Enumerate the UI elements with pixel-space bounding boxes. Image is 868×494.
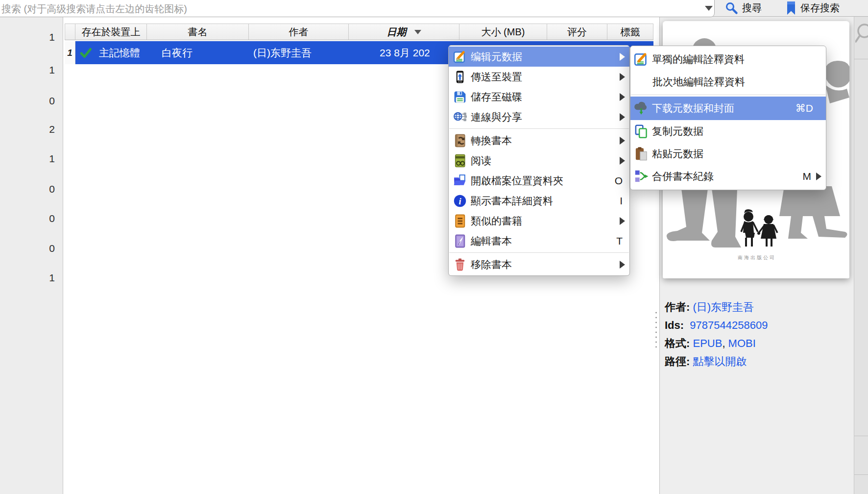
column-header-gutter: [65, 24, 75, 40]
column-header-tags[interactable]: 標籤: [607, 24, 653, 40]
menu-item-label: 類似的書籍: [471, 214, 629, 228]
tag-count-row[interactable]: 1: [35, 64, 55, 76]
author-link[interactable]: (日)东野圭吾: [693, 301, 754, 313]
search-placeholder: 搜索 (对于高级搜索请点击左边的齿轮图标): [1, 2, 187, 16]
strip-divider: [854, 474, 868, 475]
panel-splitter-handle[interactable]: [655, 310, 657, 347]
paste-metadata-icon: [634, 147, 648, 161]
window-edge-strip: [854, 16, 868, 494]
search-button[interactable]: 搜尋: [725, 0, 762, 16]
column-header-on-device[interactable]: 存在於裝置上: [75, 24, 147, 40]
tag-count-row[interactable]: 1: [35, 272, 55, 284]
menu-item-open-folder[interactable]: 開啟檔案位置資料夾 O: [449, 171, 629, 191]
submenu-item-edit-individually[interactable]: 單獨的編輯詮釋資料: [630, 48, 826, 71]
submenu-item-merge-records[interactable]: 合併書本紀錄 M: [630, 165, 826, 188]
column-header-size[interactable]: 大小 (MB): [459, 24, 547, 40]
cell-on-device: 主記憶體: [99, 41, 140, 64]
merge-records-icon: [634, 170, 648, 183]
edit-metadata-icon: [453, 50, 467, 64]
copy-metadata-icon: [634, 124, 648, 138]
menu-separator: [631, 95, 825, 95]
author-label: 作者:: [665, 301, 690, 313]
format-label: 格式:: [665, 337, 690, 349]
send-to-device-icon: [453, 70, 467, 84]
menu-item-shortcut: I: [620, 195, 623, 207]
toolbar: 搜索 (对于高级搜索请点击左边的齿轮图标) 搜尋 保存搜索: [0, 0, 868, 17]
menu-item-remove-books[interactable]: 移除書本: [449, 254, 629, 274]
detail-path-row: 路徑: 點擊以開啟: [665, 352, 851, 370]
chevron-right-icon: [620, 217, 625, 225]
menu-item-label: 编辑元数据: [471, 50, 629, 64]
menu-item-label: 阅读: [471, 154, 629, 168]
format-epub-link[interactable]: EPUB: [693, 337, 722, 349]
menu-item-label: 移除書本: [471, 258, 629, 272]
save-search-button[interactable]: 保存搜索: [786, 0, 840, 16]
menu-item-label: 編輯書本: [471, 234, 616, 248]
menu-item-label: 合併書本紀錄: [652, 170, 803, 183]
menu-item-shortcut: M: [803, 171, 812, 182]
menu-item-show-details[interactable]: i 顯示書本詳細資料 I: [449, 191, 629, 211]
isbn-link[interactable]: 9787544258609: [690, 319, 768, 331]
menu-separator: [449, 128, 629, 129]
path-link[interactable]: 點擊以開啟: [693, 355, 747, 368]
menu-item-label: 開啟檔案位置資料夾: [471, 174, 615, 188]
column-header-authors[interactable]: 作者: [249, 24, 349, 40]
menu-item-send-to-device[interactable]: 傳送至裝置: [449, 67, 629, 87]
tag-count-row[interactable]: 0: [35, 183, 55, 195]
cell-authors: (日)东野圭吾: [253, 41, 312, 64]
menu-item-convert-books[interactable]: 轉換書本: [449, 130, 629, 150]
chevron-right-icon: [620, 113, 625, 121]
menu-item-shortcut: ⌘D: [796, 102, 813, 114]
submenu-item-paste-metadata[interactable]: 粘贴元数据: [630, 143, 826, 165]
tag-count-row[interactable]: 0: [35, 243, 55, 254]
menu-item-label: 粘贴元数据: [652, 147, 826, 161]
menu-item-shortcut: T: [616, 235, 623, 247]
strip-divider: [854, 59, 868, 59]
chevron-right-icon: [620, 53, 625, 61]
tag-count-row[interactable]: 0: [35, 95, 55, 107]
menu-item-save-to-disk[interactable]: 儲存至磁碟: [449, 87, 629, 107]
sort-descending-icon: [414, 30, 421, 34]
menu-item-shortcut: O: [615, 175, 623, 187]
chevron-right-icon: [620, 157, 625, 165]
menu-item-label: 轉換書本: [471, 134, 629, 148]
submenu-item-download-metadata[interactable]: 下载元数据和封面 ⌘D: [630, 97, 826, 120]
menu-item-edit-metadata[interactable]: 编辑元数据: [449, 47, 629, 67]
search-icon: [725, 1, 738, 15]
column-header-date[interactable]: 日期: [349, 24, 459, 40]
tag-count-row[interactable]: 1: [35, 153, 55, 165]
menu-item-read[interactable]: 阅读: [449, 150, 629, 171]
submenu-item-copy-metadata[interactable]: 复制元数据: [630, 120, 826, 143]
menu-item-label: 傳送至裝置: [471, 70, 629, 84]
detail-author-row: 作者: (日)东野圭吾: [665, 298, 851, 316]
tag-count-row[interactable]: 2: [35, 124, 55, 135]
info-icon: i: [453, 194, 467, 208]
column-header-title[interactable]: 書名: [147, 24, 249, 40]
edit-metadata-icon: [634, 52, 648, 66]
menu-separator: [449, 252, 629, 253]
menu-item-edit-book[interactable]: 編輯書本 T: [449, 231, 629, 251]
menu-item-connect-share[interactable]: 連線與分享: [449, 107, 629, 127]
menu-item-label: 复制元数据: [652, 124, 826, 138]
menu-item-label: 儲存至磁碟: [471, 90, 629, 104]
search-history-dropdown[interactable]: [698, 0, 720, 16]
strip-divider: [854, 436, 868, 436]
submenu-item-edit-bulk[interactable]: 批次地編輯詮釋資料: [630, 71, 826, 93]
tag-count-row[interactable]: 1: [35, 31, 55, 43]
search-input[interactable]: 搜索 (对于高级搜索请点击左边的齿轮图标): [0, 0, 715, 17]
edit-book-icon: [453, 234, 467, 248]
convert-books-icon: [453, 134, 467, 148]
edit-metadata-submenu: 單獨的編輯詮釋資料 批次地編輯詮釋資料 下载元数据和封面 ⌘D 复制元数据: [630, 46, 826, 190]
download-metadata-icon: [634, 101, 648, 115]
save-to-disk-icon: [453, 90, 467, 104]
format-mobi-link[interactable]: MOBI: [728, 337, 756, 349]
menu-item-label: 顯示書本詳細資料: [471, 194, 620, 208]
search-button-label: 搜尋: [742, 1, 762, 15]
svg-text:i: i: [458, 196, 461, 206]
tag-count-row[interactable]: 0: [35, 213, 55, 224]
book-context-menu: 编辑元数据 傳送至裝置 儲存至磁碟: [448, 45, 630, 276]
save-search-label: 保存搜索: [800, 1, 840, 15]
menu-item-label: 單獨的編輯詮釋資料: [652, 52, 826, 66]
menu-item-similar-books[interactable]: 類似的書籍: [449, 211, 629, 231]
column-header-rating[interactable]: 评分: [547, 24, 607, 40]
